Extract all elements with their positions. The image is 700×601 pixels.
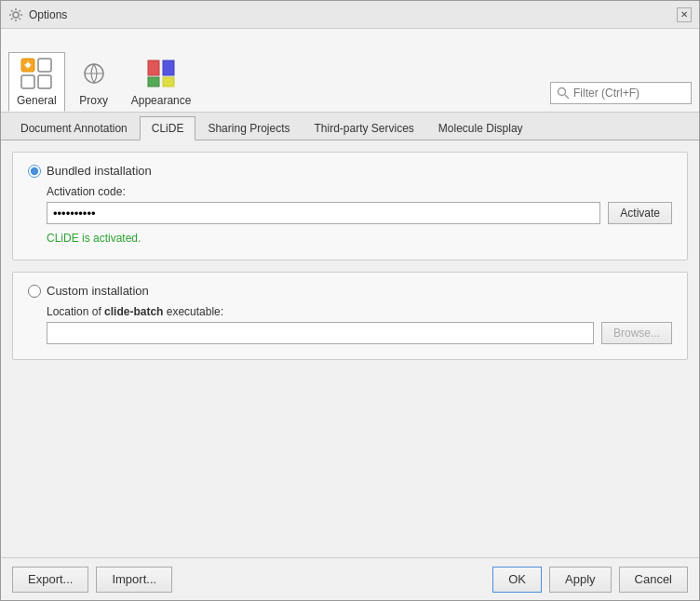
toolbar-proxy-label: Proxy xyxy=(79,94,108,107)
tab-clide[interactable]: CLiDE xyxy=(140,116,196,140)
window-icon xyxy=(8,7,23,22)
tab-third-party-services[interactable]: Third-party Services xyxy=(302,115,425,140)
custom-radio[interactable] xyxy=(28,285,41,298)
bottom-left: Export... Import... xyxy=(12,567,172,593)
svg-rect-7 xyxy=(148,60,159,75)
exe-location-input[interactable] xyxy=(47,322,594,344)
bundled-radio-row: Bundled installation xyxy=(28,164,672,178)
svg-line-12 xyxy=(565,95,569,99)
proxy-icon xyxy=(77,57,111,90)
toolbar-left: General Proxy xyxy=(8,52,546,112)
svg-point-11 xyxy=(559,88,566,96)
svg-rect-10 xyxy=(163,77,174,87)
options-window: Options ✕ General xyxy=(0,0,700,601)
activation-code-row: Activate xyxy=(47,202,672,224)
svg-rect-3 xyxy=(21,75,34,88)
toolbar-appearance-label: Appearance xyxy=(131,94,192,107)
svg-point-5 xyxy=(26,63,31,68)
bundled-installation-section: Bundled installation Activation code: Ac… xyxy=(12,152,688,260)
activation-code-label: Activation code: xyxy=(47,185,672,198)
filter-input[interactable] xyxy=(573,87,685,100)
appearance-icon xyxy=(144,57,178,90)
svg-rect-2 xyxy=(38,59,51,72)
bundled-label: Bundled installation xyxy=(47,164,152,178)
toolbar-item-proxy[interactable]: Proxy xyxy=(69,52,119,112)
toolbar-item-appearance[interactable]: Appearance xyxy=(123,52,200,112)
bottom-bar: Export... Import... OK Apply Cancel xyxy=(1,557,699,600)
bottom-right: OK Apply Cancel xyxy=(492,567,688,593)
activation-code-input[interactable] xyxy=(47,202,600,224)
custom-installation-section: Custom installation Location of clide-ba… xyxy=(12,272,688,360)
tab-document-annotation[interactable]: Document Annotation xyxy=(8,115,140,140)
custom-label: Custom installation xyxy=(47,284,149,298)
toolbar-right xyxy=(550,82,692,112)
general-icon xyxy=(20,57,53,90)
cancel-button[interactable]: Cancel xyxy=(619,567,688,593)
filter-box xyxy=(550,82,692,104)
svg-point-0 xyxy=(13,12,19,18)
browse-button[interactable]: Browse... xyxy=(601,322,672,344)
titlebar-left: Options xyxy=(8,7,67,22)
ok-button[interactable]: OK xyxy=(492,567,542,593)
toolbar: General Proxy xyxy=(1,29,699,113)
exe-location-label: Location of clide-batch executable: xyxy=(47,305,672,318)
main-content: Bundled installation Activation code: Ac… xyxy=(1,140,699,557)
toolbar-general-label: General xyxy=(17,94,57,107)
bundled-radio[interactable] xyxy=(28,165,41,178)
svg-rect-4 xyxy=(38,75,51,88)
activation-status: CLiDE is activated. xyxy=(47,232,672,245)
toolbar-item-general[interactable]: General xyxy=(8,52,65,112)
import-button[interactable]: Import... xyxy=(96,567,172,593)
custom-radio-row: Custom installation xyxy=(28,284,672,298)
titlebar: Options ✕ xyxy=(1,1,699,29)
close-button[interactable]: ✕ xyxy=(677,7,692,22)
activate-button[interactable]: Activate xyxy=(608,202,672,224)
svg-rect-9 xyxy=(148,77,159,87)
tabs-bar: Document Annotation CLiDE Sharing Projec… xyxy=(1,113,699,140)
tab-sharing-projects[interactable]: Sharing Projects xyxy=(195,115,302,140)
export-button[interactable]: Export... xyxy=(12,567,88,593)
exe-location-row: Browse... xyxy=(47,322,672,344)
search-icon xyxy=(557,87,570,100)
svg-rect-8 xyxy=(163,60,174,75)
apply-button[interactable]: Apply xyxy=(549,567,612,593)
window-title: Options xyxy=(29,8,67,21)
tab-molecule-display[interactable]: Molecule Display xyxy=(426,115,535,140)
